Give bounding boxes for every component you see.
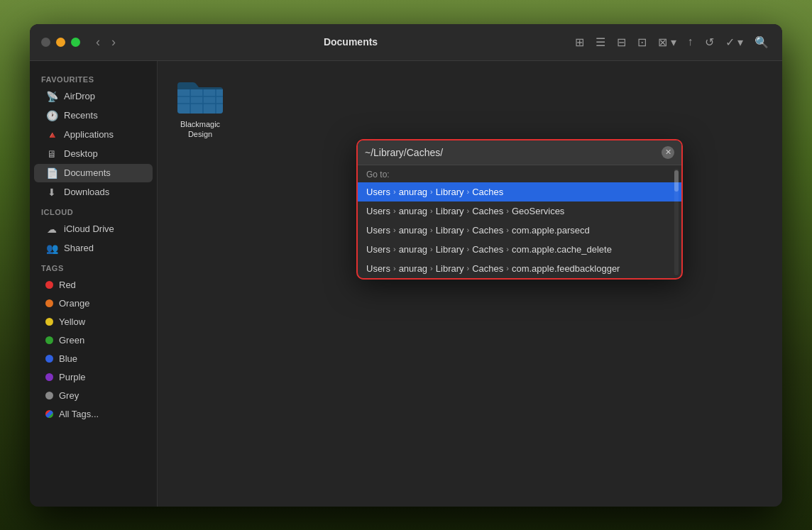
sidebar-item-tag-orange[interactable]: Orange <box>34 294 153 312</box>
finder-window: ‹ › Documents ⊞ ☰ ⊟ ⊡ ⊠ ▾ ↑ ↺ ✓ ▾ 🔍 Favo… <box>30 24 782 507</box>
sidebar-item-all-tags[interactable]: All Tags... <box>34 405 153 423</box>
sidebar-item-recents-label: Recents <box>64 110 98 121</box>
title-bar: ‹ › Documents ⊞ ☰ ⊟ ⊡ ⊠ ▾ ↑ ↺ ✓ ▾ 🔍 <box>30 24 782 61</box>
sidebar-item-tag-grey[interactable]: Grey <box>34 387 153 404</box>
goto-clear-button[interactable]: ✕ <box>662 146 674 159</box>
view-icon-gallery[interactable]: ⊡ <box>635 33 649 51</box>
minimize-button[interactable] <box>56 38 65 47</box>
sidebar-item-documents[interactable]: 📄 Documents <box>34 164 153 182</box>
tag-all-label: All Tags... <box>59 409 99 419</box>
arrow-icon: › <box>393 226 396 234</box>
sidebar-item-desktop-label: Desktop <box>64 148 98 159</box>
sidebar-item-tag-red[interactable]: Red <box>34 276 153 294</box>
tag-dot-purple <box>45 373 53 381</box>
tag-dot-yellow <box>45 318 53 326</box>
folder-blackmagic[interactable]: BlackmagicDesign <box>172 75 229 140</box>
path-part: Users <box>366 206 390 216</box>
downloads-icon: ⬇ <box>45 187 58 198</box>
arrow-icon: › <box>430 206 433 215</box>
arrow-icon: › <box>506 264 509 272</box>
goto-suggestion-3[interactable]: Users › anurag › Library › Caches › com.… <box>358 240 681 259</box>
path-part: anurag <box>399 225 427 236</box>
tag-dot-blue <box>45 355 53 363</box>
sidebar-item-tag-yellow[interactable]: Yellow <box>34 313 153 331</box>
goto-suggestion-0[interactable]: Users › anurag › Library › Caches <box>358 182 681 201</box>
sidebar-item-desktop[interactable]: 🖥 Desktop <box>34 145 153 163</box>
tag-red-label: Red <box>59 280 76 290</box>
view-icon-grid[interactable]: ⊞ <box>573 33 586 51</box>
arrow-icon: › <box>506 245 509 253</box>
arrow-icon: › <box>467 245 470 253</box>
goto-path-input[interactable] <box>365 147 662 158</box>
tag-orange-label: Orange <box>59 298 89 309</box>
path-part: Caches <box>472 206 503 216</box>
scrollbar-track <box>674 169 679 275</box>
tags-section-label: Tags <box>30 258 157 275</box>
path-part: GeoServices <box>512 206 564 216</box>
sidebar-item-airdrop[interactable]: 📡 AirDrop <box>34 87 153 106</box>
arrow-icon: › <box>467 187 470 196</box>
search-button[interactable]: 🔍 <box>752 33 771 51</box>
sidebar-item-downloads[interactable]: ⬇ Downloads <box>34 183 153 201</box>
scrollbar-thumb[interactable] <box>674 170 679 192</box>
main-content: Favourites 📡 AirDrop 🕐 Recents 🔺 Applica… <box>30 61 782 507</box>
sidebar-item-shared-label: Shared <box>64 243 94 253</box>
tag-dot-green <box>45 336 53 344</box>
documents-icon: 📄 <box>45 167 58 179</box>
sidebar-item-recents[interactable]: 🕐 Recents <box>34 106 153 125</box>
window-title: Documents <box>128 36 573 48</box>
sidebar-item-tag-green[interactable]: Green <box>34 331 153 349</box>
arrow-icon: › <box>393 245 396 253</box>
arrow-icon: › <box>430 187 433 196</box>
view-icon-columns[interactable]: ⊟ <box>615 33 628 51</box>
close-button[interactable] <box>41 38 50 47</box>
arrow-icon: › <box>393 206 396 215</box>
edit-tags-button[interactable]: ✓ ▾ <box>723 33 745 51</box>
path-part: Library <box>436 206 464 216</box>
recents-icon: 🕐 <box>45 110 58 121</box>
goto-input-row: ✕ <box>358 140 681 165</box>
arrow-icon: › <box>506 226 509 234</box>
action-menu-button[interactable]: ⊠ ▾ <box>656 33 678 51</box>
folder-blackmagic-label: BlackmagicDesign <box>180 119 220 140</box>
path-part: Library <box>436 263 464 274</box>
sidebar-item-applications-label: Applications <box>64 129 114 140</box>
sidebar-item-applications[interactable]: 🔺 Applications <box>34 126 153 144</box>
icloud-section-label: iCloud <box>30 202 157 219</box>
tag-dot-all <box>45 410 53 418</box>
arrow-icon: › <box>430 264 433 272</box>
arrow-icon: › <box>430 245 433 253</box>
path-part: anurag <box>399 263 427 274</box>
tag-dot-red <box>45 281 53 289</box>
path-part: Library <box>436 244 464 255</box>
path-part: Users <box>366 225 390 236</box>
sidebar-item-tag-blue[interactable]: Blue <box>34 350 153 368</box>
tag-dot-orange <box>45 299 53 307</box>
folder-blackmagic-icon <box>176 75 224 115</box>
goto-folder-dialog: ✕ Go to: Users › anurag › Library › Cach… <box>356 139 683 280</box>
path-part: anurag <box>399 206 427 216</box>
view-icon-list[interactable]: ☰ <box>593 33 608 51</box>
sidebar-item-icloud-drive[interactable]: ☁ iCloud Drive <box>34 220 153 238</box>
arrow-icon: › <box>467 264 470 272</box>
sidebar-item-shared[interactable]: 👥 Shared <box>34 239 153 258</box>
path-part: Users <box>366 187 390 197</box>
back-button[interactable]: ‹ <box>92 33 104 51</box>
traffic-lights <box>41 38 80 47</box>
maximize-button[interactable] <box>71 38 80 47</box>
sidebar-item-tag-purple[interactable]: Purple <box>34 368 153 386</box>
path-part: Caches <box>472 225 503 236</box>
airdrop-icon: 📡 <box>45 91 58 102</box>
arrow-icon: › <box>467 226 470 234</box>
goto-suggestion-1[interactable]: Users › anurag › Library › Caches › GeoS… <box>358 201 681 221</box>
tag-yellow-label: Yellow <box>59 316 85 327</box>
forward-button[interactable]: › <box>107 33 120 51</box>
tag-button[interactable]: ↺ <box>703 33 716 51</box>
goto-label: Go to: <box>358 165 681 182</box>
goto-suggestion-4[interactable]: Users › anurag › Library › Caches › com.… <box>358 259 681 278</box>
nav-buttons: ‹ › <box>92 33 120 51</box>
arrow-icon: › <box>393 264 396 272</box>
sidebar-item-downloads-label: Downloads <box>64 187 109 197</box>
goto-suggestion-2[interactable]: Users › anurag › Library › Caches › com.… <box>358 221 681 240</box>
share-button[interactable]: ↑ <box>686 33 696 50</box>
